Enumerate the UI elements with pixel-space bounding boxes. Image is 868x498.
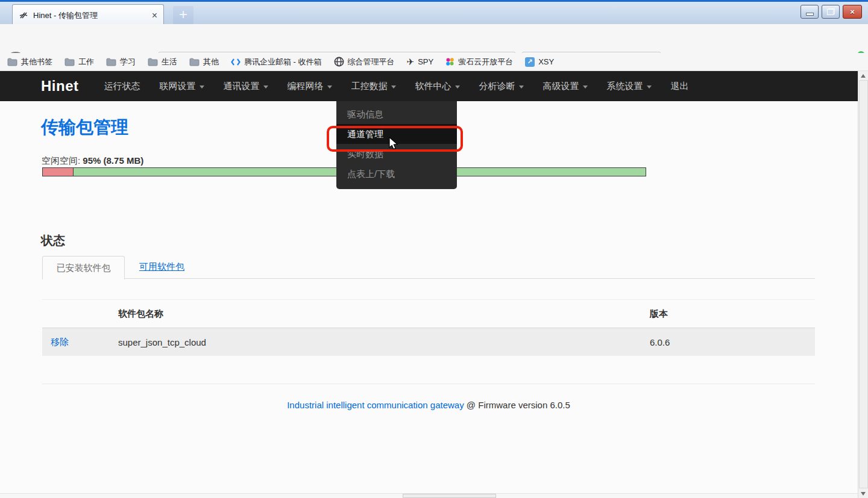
browser-tab[interactable]: Hinet - 传输包管理 × [12,4,164,26]
bookmark-label: 工作 [78,57,94,67]
minimize-button[interactable] [800,5,819,19]
free-space-label: 空闲空间: [42,155,80,166]
horizontal-scrollbar-thumb[interactable] [403,494,496,498]
dropdown-item-channel-management[interactable]: 通道管理 [336,124,457,144]
caret-down-icon [391,86,396,89]
nav-item-system-settings[interactable]: 系统设置 [607,81,652,92]
restore-icon [827,8,835,15]
exmail-icon [231,58,241,66]
nav-item-analysis-diagnosis[interactable]: 分析诊断 [479,81,524,92]
site-menu: 运行状态 联网设置 通讯设置 编程网络 工控数据 软件中心 分析诊断 高级设置 … [104,81,689,92]
restore-button[interactable] [822,5,840,19]
caret-down-icon [583,86,588,89]
screen: Hinet - 传输包管理 × + × [0,0,868,498]
page-footer: Industrial intelligent communication gat… [42,400,815,410]
dropdown-item-point-table[interactable]: 点表上/下载 [336,164,457,184]
bookmark-folder-work[interactable]: 工作 [64,57,94,67]
bookmark-label: 学习 [120,57,136,67]
remove-link[interactable]: 移除 [51,337,69,347]
bookmark-label: 萤石云开放平台 [458,57,513,67]
folder-icon [64,58,75,66]
folder-icon [106,58,116,66]
caret-down-icon [327,86,332,89]
industrial-data-dropdown: 驱动信息 通道管理 实时数据 点表上/下载 [336,101,457,189]
favicon-icon [19,11,28,20]
bookmark-label: 其他书签 [21,57,52,67]
caret-down-icon [647,86,652,89]
status-heading: 状态 [41,232,65,249]
bookmark-folder-life[interactable]: 生活 [148,57,177,67]
close-button[interactable]: × [843,5,862,19]
xsy-icon: ↗ [525,57,535,67]
scroll-up-arrow-icon[interactable] [861,74,866,78]
bookmark-label: 腾讯企业邮箱 - 收件箱 [244,57,322,67]
brand-logo[interactable]: Hinet [41,78,79,95]
nav-item-software-center[interactable]: 软件中心 [415,81,460,92]
nav-item-network-settings[interactable]: 联网设置 [160,81,204,92]
bookmark-folder-other-bookmarks[interactable]: 其他书签 [7,57,52,67]
column-package-name: 软件包名称 [118,308,650,320]
footer-gateway-link[interactable]: Industrial intelligent communication gat… [287,400,464,410]
vertical-scrollbar[interactable] [858,71,868,498]
free-space-value: 95% (8.75 MB) [83,155,143,166]
table-header-row: 软件包名称 版本 [42,299,815,328]
tab-title: Hinet - 传输包管理 [33,10,147,21]
folder-icon [7,58,17,66]
horizontal-scrollbar[interactable] [0,493,858,498]
folder-icon [148,58,158,66]
vertical-scrollbar-thumb[interactable] [859,80,868,488]
package-tabs: 已安装软件包 可用软件包 [42,256,815,279]
bookmark-spy[interactable]: ✈ SPY [407,57,434,67]
nav-item-industrial-data[interactable]: 工控数据 [351,81,396,92]
bookmark-label: 生活 [162,57,177,67]
minimize-icon [806,13,814,16]
bookmark-folder-misc[interactable]: 其他 [189,57,219,67]
ezviz-icon [445,57,454,66]
bookmark-label: SPY [418,57,433,66]
globe-icon [334,57,344,67]
browser-toolbar: 192.168.9.99/cgi-bin/luci/;stok=489fe39e… [0,24,868,53]
caret-down-icon [455,86,460,89]
bookmark-exmail[interactable]: 腾讯企业邮箱 - 收件箱 [231,57,322,67]
package-table: 软件包名称 版本 移除 super_json_tcp_cloud 6.0.6 [42,299,815,356]
footer-divider [42,384,815,384]
column-version: 版本 [650,308,815,320]
bookmark-ezviz[interactable]: 萤石云开放平台 [445,57,513,67]
bookmarks-bar: 其他书签 工作 学习 生活 其他 腾讯企业邮箱 - 收件箱 综合管理平台 ✈ S [0,53,868,71]
package-version-cell: 6.0.6 [650,337,815,347]
bookmark-folder-study[interactable]: 学习 [106,57,136,67]
table-row: 移除 super_json_tcp_cloud 6.0.6 [42,328,815,356]
package-name-cell: super_json_tcp_cloud [118,337,650,347]
tab-installed-packages[interactable]: 已安装软件包 [42,256,125,279]
nav-item-programming-network[interactable]: 编程网络 [288,81,332,92]
bookmark-xsy[interactable]: ↗ XSY [525,57,554,67]
nav-item-run-status[interactable]: 运行状态 [104,81,140,92]
dropdown-item-driver-info[interactable]: 驱动信息 [336,104,457,124]
scroll-down-arrow-icon[interactable] [861,492,866,496]
window-controls: × [800,5,862,19]
bookmark-label: XSY [538,57,554,66]
site-navbar: Hinet 运行状态 联网设置 通讯设置 编程网络 工控数据 软件中心 分析诊断… [0,71,858,101]
bookmark-label: 其他 [203,57,219,67]
nav-item-comm-settings[interactable]: 通讯设置 [224,81,268,92]
web-page: Hinet 运行状态 联网设置 通讯设置 编程网络 工控数据 软件中心 分析诊断… [0,71,858,498]
dropdown-item-realtime-data[interactable]: 实时数据 [336,144,457,164]
folder-icon [189,58,200,66]
nav-item-logout[interactable]: 退出 [671,81,689,92]
page-title: 传输包管理 [41,116,128,140]
tab-available-packages[interactable]: 可用软件包 [139,261,184,273]
bookmark-label: 综合管理平台 [348,57,395,67]
caret-down-icon [519,86,524,89]
footer-firmware-text: @ Firmware version 6.0.5 [467,400,570,410]
plane-icon: ✈ [407,57,415,67]
caret-down-icon [263,86,268,89]
window-titlebar: Hinet - 传输包管理 × + × [0,0,868,24]
tab-close-icon[interactable]: × [152,11,157,20]
nav-item-advanced-settings[interactable]: 高级设置 [543,81,588,92]
free-space-line: 空闲空间: 95% (8.75 MB) [42,155,143,167]
caret-down-icon [200,86,204,89]
new-tab-button[interactable]: + [173,6,193,24]
storage-used-segment [43,168,74,176]
bookmark-management-platform[interactable]: 综合管理平台 [334,57,395,67]
page-viewport: Hinet 运行状态 联网设置 通讯设置 编程网络 工控数据 软件中心 分析诊断… [0,71,868,498]
